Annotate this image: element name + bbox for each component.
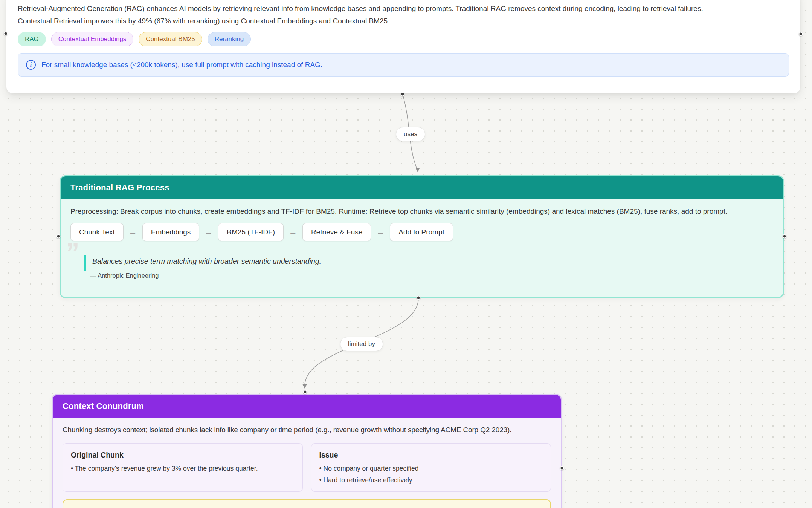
flow-step-add-to-prompt[interactable]: Add to Prompt — [390, 223, 453, 241]
subcard-issue[interactable]: Issue • No company or quarter specified … — [311, 443, 551, 492]
flow-arrow-icon: → — [289, 228, 297, 236]
flow-arrow-icon: → — [205, 228, 213, 236]
info-callout: i For small knowledge bases (<200k token… — [18, 53, 789, 77]
connection-handle[interactable] — [4, 32, 8, 36]
quote-mark-icon: ” — [66, 239, 78, 266]
tags-row: RAG Contextual Embeddings Contextual BM2… — [18, 32, 789, 46]
context-conundrum-title: Context Conundrum — [63, 401, 144, 411]
connection-handle[interactable] — [417, 296, 421, 300]
flow-arrow-icon: → — [376, 228, 385, 236]
connection-handle[interactable] — [56, 234, 61, 239]
flow-row: Chunk Text → Embeddings → BM25 (TF-IDF) … — [70, 223, 773, 241]
edge-label-limited-by[interactable]: limited by — [340, 337, 383, 351]
flow-step-chunk-text[interactable]: Chunk Text — [70, 223, 124, 241]
subcard-heading: Issue — [319, 451, 543, 459]
node-intro-card[interactable]: Retrieval-Augmented Generation (RAG) enh… — [6, 0, 800, 93]
subcard-original-chunk[interactable]: Original Chunk • The company's revenue g… — [63, 443, 303, 492]
intro-paragraph-line-2: Contextual Retrieval improves this by 49… — [18, 15, 789, 27]
quote-text: Balances precise term matching with broa… — [92, 252, 773, 266]
connection-handle[interactable] — [560, 466, 564, 470]
info-icon: i — [26, 60, 36, 70]
tag-contextual-embeddings[interactable]: Contextual Embeddings — [51, 32, 134, 46]
traditional-rag-header: Traditional RAG Process — [61, 176, 783, 199]
tag-contextual-bm25[interactable]: Contextual BM25 — [139, 32, 202, 46]
connection-handle[interactable] — [783, 234, 787, 239]
traditional-rag-body: Preprocessing: Break corpus into chunks,… — [61, 199, 783, 288]
context-conundrum-body: Chunking destroys context; isolated chun… — [53, 418, 561, 508]
flow-step-retrieve-fuse[interactable]: Retrieve & Fuse — [302, 223, 371, 241]
intro-paragraph-line-1: Retrieval-Augmented Generation (RAG) enh… — [18, 2, 789, 15]
flow-step-bm25[interactable]: BM25 (TF-IDF) — [218, 223, 284, 241]
bullet-item: • No company or quarter specified — [319, 465, 543, 473]
traditional-rag-title: Traditional RAG Process — [70, 183, 169, 193]
flow-step-embeddings[interactable]: Embeddings — [142, 223, 200, 241]
node-context-conundrum-card[interactable]: Context Conundrum Chunking destroys cont… — [52, 394, 562, 508]
info-callout-text: For small knowledge bases (<200k tokens)… — [41, 61, 322, 69]
context-conundrum-description: Chunking destroys context; isolated chun… — [63, 426, 551, 434]
tag-rag[interactable]: RAG — [18, 32, 46, 46]
yellow-note-box — [63, 499, 551, 508]
quote-block: ” Balances precise term matching with br… — [70, 252, 773, 279]
node-traditional-rag-card[interactable]: Traditional RAG Process Preprocessing: B… — [60, 175, 784, 298]
connection-handle[interactable] — [303, 390, 307, 394]
edge-limited-by-arrowhead — [302, 384, 307, 389]
edge-uses-arrowhead — [415, 168, 420, 172]
connection-handle[interactable] — [799, 32, 803, 36]
diagram-canvas[interactable]: Retrieval-Augmented Generation (RAG) enh… — [0, 0, 812, 508]
traditional-rag-description: Preprocessing: Break corpus into chunks,… — [70, 207, 773, 216]
subcard-heading: Original Chunk — [71, 451, 295, 459]
subcard-bullets: • No company or quarter specified • Hard… — [319, 465, 543, 484]
tag-reranking[interactable]: Reranking — [208, 32, 251, 46]
connection-handle[interactable] — [401, 92, 405, 96]
bullet-item: • The company's revenue grew by 3% over … — [71, 465, 295, 473]
edge-label-uses[interactable]: uses — [396, 127, 425, 141]
subcards-row: Original Chunk • The company's revenue g… — [63, 443, 551, 492]
subcard-bullets: • The company's revenue grew by 3% over … — [71, 465, 295, 473]
context-conundrum-header: Context Conundrum — [53, 395, 561, 418]
bullet-item: • Hard to retrieve/use effectively — [319, 476, 543, 484]
flow-arrow-icon: → — [129, 228, 137, 236]
quote-accent-bar — [84, 255, 86, 271]
quote-attribution: — Anthropic Engineering — [90, 272, 773, 279]
